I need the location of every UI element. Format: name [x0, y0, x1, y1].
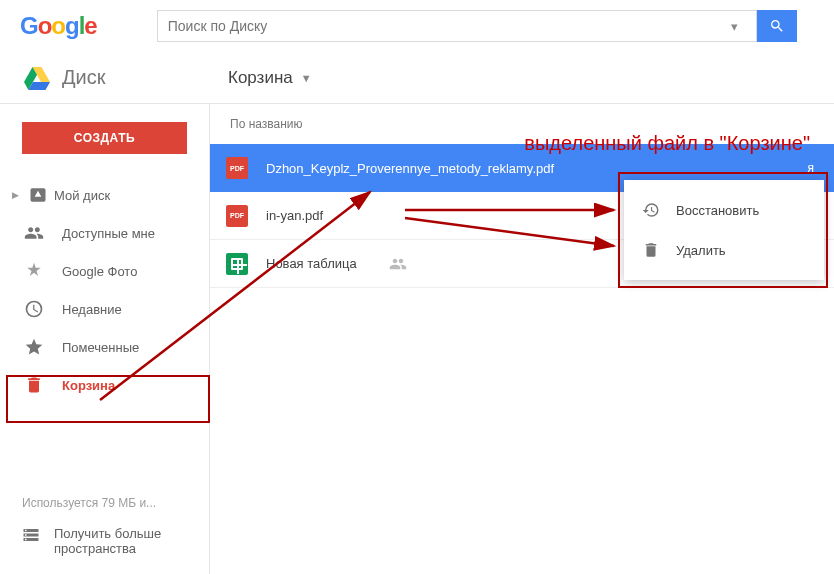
people-icon	[24, 223, 44, 243]
search-button[interactable]	[757, 10, 797, 42]
get-more-storage[interactable]: Получить больше пространства	[22, 526, 187, 556]
search-box[interactable]: ▾	[157, 10, 757, 42]
storage-more-label: Получить больше пространства	[54, 526, 187, 556]
context-delete[interactable]: Удалить	[624, 230, 824, 270]
sidebar-item-trash[interactable]: Корзина	[0, 366, 209, 404]
star-icon	[24, 337, 44, 357]
context-restore-label: Восстановить	[676, 203, 759, 218]
storage-section: Используется 79 МБ и... Получить больше …	[0, 478, 209, 574]
annotation-text: выделенный файл в "Корзине"	[524, 132, 810, 155]
content-area: По названию PDF Dzhon_Keyplz_Proverennye…	[210, 104, 834, 574]
sidebar-item-label: Google Фото	[62, 264, 137, 279]
sidebar-item-label: Недавние	[62, 302, 122, 317]
product-brand[interactable]: Диск	[0, 66, 210, 90]
sidebar-item-label: Доступные мне	[62, 226, 155, 241]
search-dropdown-icon[interactable]: ▾	[724, 19, 746, 34]
storage-icon	[22, 526, 40, 544]
search-input[interactable]	[168, 18, 724, 34]
search-icon	[769, 18, 785, 34]
breadcrumb-label: Корзина	[228, 68, 293, 88]
trash-icon	[24, 375, 44, 395]
sidebar-item-recent[interactable]: Недавние	[0, 290, 209, 328]
clock-icon	[24, 299, 44, 319]
context-menu: Восстановить Удалить	[624, 180, 824, 280]
sidebar-item-label: Помеченные	[62, 340, 139, 355]
pdf-icon: PDF	[226, 157, 248, 179]
restore-icon	[642, 201, 660, 219]
main-area: СОЗДАТЬ ▶ Мой диск Доступные мне Google …	[0, 104, 834, 574]
sidebar-item-label: Мой диск	[54, 188, 110, 203]
storage-usage-text: Используется 79 МБ и...	[22, 496, 187, 510]
sidebar-item-photos[interactable]: Google Фото	[0, 252, 209, 290]
google-logo[interactable]: Google	[20, 12, 97, 40]
list-header-label: По названию	[230, 117, 303, 131]
sidebar-item-starred[interactable]: Помеченные	[0, 328, 209, 366]
drive-folder-icon	[28, 185, 48, 205]
pdf-icon: PDF	[226, 205, 248, 227]
sidebar-nav: ▶ Мой диск Доступные мне Google Фото Нед…	[0, 176, 209, 404]
file-owner: я	[808, 161, 815, 175]
app-header: Google ▾	[0, 0, 834, 52]
sheets-icon	[226, 253, 248, 275]
expand-icon[interactable]: ▶	[12, 190, 22, 200]
photos-icon	[24, 261, 44, 281]
context-restore[interactable]: Восстановить	[624, 190, 824, 230]
chevron-down-icon: ▼	[301, 72, 312, 84]
file-name: in-yan.pdf	[266, 208, 323, 223]
sidebar: СОЗДАТЬ ▶ Мой диск Доступные мне Google …	[0, 104, 210, 574]
drive-icon	[24, 66, 50, 90]
search-container: ▾	[157, 10, 797, 42]
sidebar-item-my-drive[interactable]: ▶ Мой диск	[0, 176, 209, 214]
shared-icon	[389, 255, 407, 273]
sidebar-item-label: Корзина	[62, 378, 115, 393]
product-row: Диск Корзина ▼	[0, 52, 834, 104]
file-name: Dzhon_Keyplz_Proverennye_metody_reklamy.…	[266, 161, 554, 176]
delete-icon	[642, 241, 660, 259]
breadcrumb[interactable]: Корзина ▼	[210, 68, 312, 88]
sidebar-item-shared[interactable]: Доступные мне	[0, 214, 209, 252]
file-name: Новая таблица	[266, 256, 357, 271]
product-title: Диск	[62, 66, 105, 89]
create-button[interactable]: СОЗДАТЬ	[22, 122, 187, 154]
context-delete-label: Удалить	[676, 243, 726, 258]
